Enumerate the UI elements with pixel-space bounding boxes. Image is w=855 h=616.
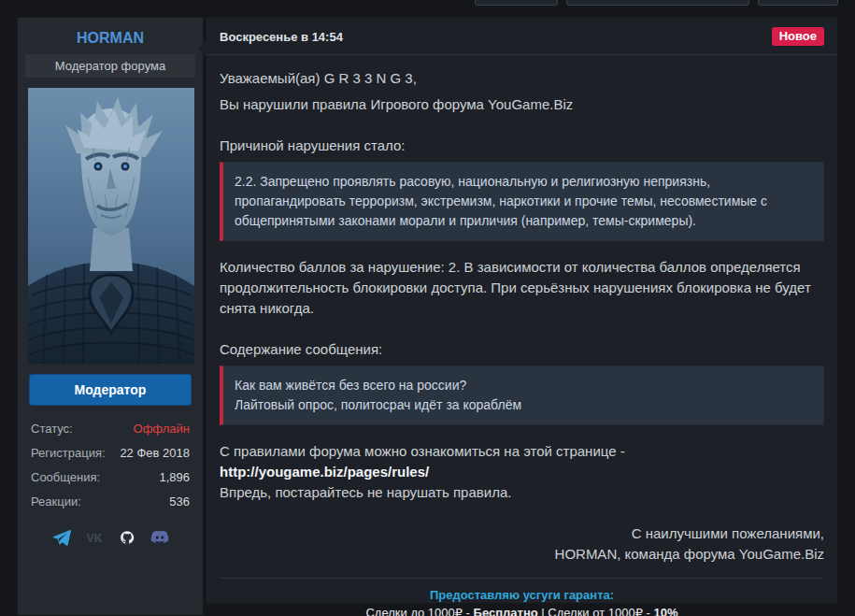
message-quote-block: Как вам живётся без всего на россии? Лай… [220, 365, 824, 425]
signature-deals-line: Сделки до 1000₽ - Бесплатно | Сделки от … [220, 604, 824, 616]
user-sidebar: HORMAN Модератор форума [17, 17, 204, 616]
quoted-line-2: Лайтовый опрос, политосрач идёт за кораб… [235, 395, 812, 415]
github-icon[interactable] [117, 527, 137, 548]
message-header: Воскресенье в 14:54 Новое [207, 18, 837, 55]
signoff-line-1: С наилучшими пожеланиями, [220, 523, 824, 544]
stat-row-messages: Сообщения: 1,896 [31, 466, 190, 490]
deal-free: Бесплатно [474, 606, 538, 616]
rules-text: С правилами форума можно ознакомиться на… [220, 443, 625, 459]
deal-text-2: Сделки от 1000₽ - [548, 606, 653, 616]
greeting-line: Уважаемый(ая) G R 3 3 N G 3, [220, 68, 824, 89]
stat-label: Сообщения: [31, 466, 100, 490]
warning-message-cell: Воскресенье в 14:54 Новое Уважаемый(ая) … [206, 17, 838, 604]
rule-quote-block: 2.2. Запрещено проявлять расовую, национ… [220, 162, 824, 241]
mark-unread-button[interactable]: Отметьте непрочитанным... [566, 0, 749, 6]
content-label: Содержание сообщения: [220, 339, 824, 360]
message-timestamp[interactable]: Воскресенье в 14:54 [220, 30, 343, 44]
violation-line: Вы нарушили правила Игрового форума YouG… [220, 94, 824, 115]
messages-count: 1,896 [159, 466, 190, 490]
signature-divider [220, 578, 824, 579]
telegram-icon[interactable] [51, 527, 72, 548]
registration-value: 22 Фев 2018 [120, 441, 190, 466]
social-links: VK [18, 527, 203, 548]
role-banner-moderator: Модератор [29, 374, 192, 406]
signature-block: Предоставляю усгуги гаранта: Сделки до 1… [220, 586, 824, 616]
discord-icon[interactable] [150, 527, 170, 548]
quoted-line-1: Как вам живётся без всего на россии? [235, 376, 812, 395]
stat-label: Регистрация: [31, 441, 106, 466]
forum-warning-page: Пометить Отметьте непрочитанным... Покин… [0, 0, 855, 616]
status-value: Оффлайн [134, 417, 190, 441]
signoff: С наилучшими пожеланиями, HORMAN, команд… [220, 523, 824, 565]
user-title-banner: Модератор форума [25, 54, 195, 78]
reason-label: Причиной нарушения стало: [220, 136, 824, 156]
thread-toolbar: Пометить Отметьте непрочитанным... Покин… [475, 0, 838, 6]
vk-icon[interactable]: VK [84, 527, 105, 548]
rules-link[interactable]: http://yougame.biz/pages/rules/ [220, 464, 429, 480]
reactions-count: 536 [169, 490, 190, 514]
message-body: Уважаемый(ая) G R 3 3 N G 3, Вы нарушили… [207, 55, 837, 616]
rules-line: С правилами форума можно ознакомиться на… [220, 441, 824, 482]
rules-line-2: Впредь, постарайтесь не нарушать правила… [220, 482, 824, 503]
night-king-avatar-image [28, 88, 194, 364]
stat-label: Статус: [31, 417, 73, 441]
leave-button[interactable]: Покинуть [758, 0, 838, 6]
stat-row-reactions: Реакции: 536 [31, 490, 190, 514]
user-stats: Статус: Оффлайн Регистрация: 22 Фев 2018… [31, 417, 190, 514]
username-link[interactable]: HORMAN [25, 30, 195, 47]
signature-title: Предоставляю усгуги гаранта: [220, 586, 824, 604]
deal-percent: 10% [654, 606, 678, 616]
avatar[interactable] [28, 88, 194, 364]
deal-sep: | [538, 606, 549, 616]
svg-text:VK: VK [86, 532, 102, 545]
stat-row-registration: Регистрация: 22 Фев 2018 [31, 441, 190, 466]
points-paragraph: Количество баллов за нарушение: 2. В зав… [220, 257, 824, 319]
signoff-line-2: HORMAN, команда форума YouGame.Biz [220, 544, 824, 565]
stat-label: Реакции: [31, 490, 81, 514]
stat-row-status: Статус: Оффлайн [31, 417, 190, 441]
new-badge: Новое [772, 27, 824, 46]
deal-text: Сделки до 1000₽ - [365, 606, 473, 616]
mark-button[interactable]: Пометить [475, 0, 557, 6]
